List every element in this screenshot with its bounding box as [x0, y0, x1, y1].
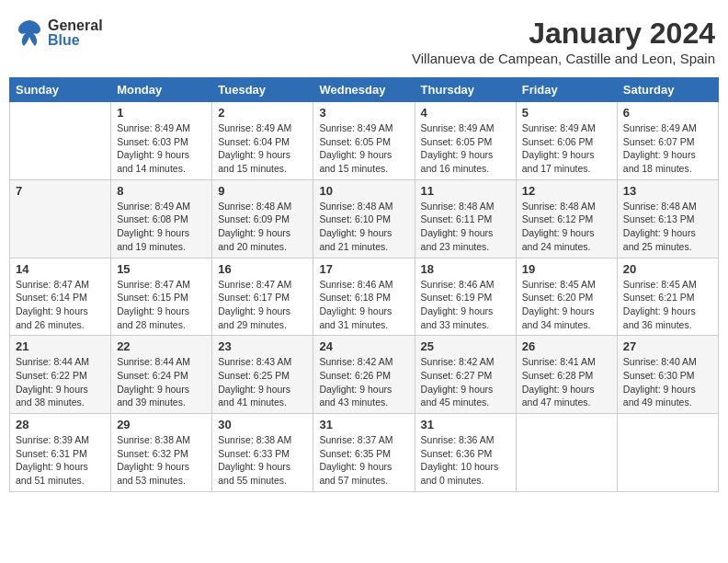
- day-info: Sunrise: 8:49 AMSunset: 6:06 PMDaylight:…: [522, 121, 611, 176]
- day-info: Sunrise: 8:47 AMSunset: 6:14 PMDaylight:…: [16, 278, 105, 332]
- calendar-header-friday: Friday: [516, 78, 617, 102]
- calendar-header-tuesday: Tuesday: [212, 78, 313, 102]
- day-number: 3: [319, 106, 408, 120]
- calendar-day-cell: 12Sunrise: 8:48 AMSunset: 6:12 PMDayligh…: [516, 179, 617, 258]
- day-info: Sunrise: 8:45 AMSunset: 6:20 PMDaylight:…: [522, 278, 611, 332]
- day-info: Sunrise: 8:46 AMSunset: 6:18 PMDaylight:…: [319, 278, 408, 332]
- day-number: 5: [522, 106, 611, 120]
- logo-blue: Blue: [48, 33, 103, 48]
- day-info: Sunrise: 8:49 AMSunset: 6:07 PMDaylight:…: [623, 121, 712, 176]
- calendar-day-cell: 17Sunrise: 8:46 AMSunset: 6:18 PMDayligh…: [313, 258, 415, 336]
- calendar-day-cell: 30Sunrise: 8:38 AMSunset: 6:33 PMDayligh…: [212, 414, 313, 492]
- calendar-day-cell: [516, 414, 617, 492]
- calendar-day-cell: 23Sunrise: 8:43 AMSunset: 6:25 PMDayligh…: [212, 336, 313, 414]
- calendar-day-cell: 20Sunrise: 8:45 AMSunset: 6:21 PMDayligh…: [617, 258, 718, 336]
- day-number: 23: [218, 339, 307, 353]
- day-number: 26: [522, 339, 611, 353]
- day-number: 31: [421, 418, 510, 431]
- day-info: Sunrise: 8:42 AMSunset: 6:26 PMDaylight:…: [319, 355, 408, 409]
- day-number: 6: [623, 106, 712, 120]
- calendar-day-cell: 8Sunrise: 8:49 AMSunset: 6:08 PMDaylight…: [111, 179, 212, 258]
- calendar-header-wednesday: Wednesday: [313, 78, 415, 102]
- day-info: Sunrise: 8:48 AMSunset: 6:12 PMDaylight:…: [522, 200, 611, 254]
- calendar-day-cell: [617, 414, 718, 492]
- day-number: 2: [218, 106, 307, 120]
- calendar-day-cell: 14Sunrise: 8:47 AMSunset: 6:14 PMDayligh…: [10, 258, 111, 336]
- day-number: 31: [319, 418, 408, 431]
- calendar-day-cell: 19Sunrise: 8:45 AMSunset: 6:20 PMDayligh…: [516, 258, 617, 336]
- day-number: 4: [421, 106, 510, 120]
- calendar-day-cell: 5Sunrise: 8:49 AMSunset: 6:06 PMDaylight…: [516, 102, 617, 180]
- day-info: Sunrise: 8:49 AMSunset: 6:05 PMDaylight:…: [421, 121, 510, 176]
- day-number: 21: [16, 339, 105, 353]
- calendar-day-cell: 2Sunrise: 8:49 AMSunset: 6:04 PMDaylight…: [212, 102, 313, 180]
- day-number: 22: [117, 339, 206, 353]
- day-number: 13: [623, 184, 712, 198]
- calendar-day-cell: 24Sunrise: 8:42 AMSunset: 6:26 PMDayligh…: [313, 336, 415, 414]
- day-number: 24: [319, 339, 408, 353]
- day-number: 28: [16, 418, 105, 431]
- day-info: Sunrise: 8:49 AMSunset: 6:08 PMDaylight:…: [117, 200, 206, 254]
- day-number: 25: [421, 339, 510, 353]
- calendar-header-monday: Monday: [111, 78, 212, 102]
- calendar-day-cell: 27Sunrise: 8:40 AMSunset: 6:30 PMDayligh…: [617, 336, 718, 414]
- day-info: Sunrise: 8:49 AMSunset: 6:05 PMDaylight:…: [319, 121, 408, 176]
- page-title: January 2024: [412, 17, 715, 51]
- logo: General Blue: [13, 17, 103, 50]
- day-info: Sunrise: 8:49 AMSunset: 6:04 PMDaylight:…: [218, 121, 307, 176]
- calendar-day-cell: 16Sunrise: 8:47 AMSunset: 6:17 PMDayligh…: [212, 258, 313, 336]
- day-info: Sunrise: 8:37 AMSunset: 6:35 PMDaylight:…: [319, 433, 408, 488]
- calendar-day-cell: 13Sunrise: 8:48 AMSunset: 6:13 PMDayligh…: [617, 179, 718, 258]
- logo-text: General Blue: [48, 18, 103, 48]
- day-number: 29: [117, 418, 206, 431]
- calendar-header-saturday: Saturday: [617, 78, 718, 102]
- day-number: 7: [16, 184, 105, 198]
- day-number: 12: [522, 184, 611, 198]
- day-number: 10: [319, 184, 408, 198]
- day-number: 16: [218, 262, 307, 276]
- day-number: 20: [623, 262, 712, 276]
- day-number: 1: [117, 106, 206, 120]
- day-info: Sunrise: 8:43 AMSunset: 6:25 PMDaylight:…: [218, 355, 307, 409]
- day-number: 19: [522, 262, 611, 276]
- calendar-header-thursday: Thursday: [415, 78, 516, 102]
- calendar-week-row: 21Sunrise: 8:44 AMSunset: 6:22 PMDayligh…: [10, 336, 719, 414]
- calendar-day-cell: 22Sunrise: 8:44 AMSunset: 6:24 PMDayligh…: [111, 336, 212, 414]
- calendar-day-cell: 29Sunrise: 8:38 AMSunset: 6:32 PMDayligh…: [111, 414, 212, 492]
- calendar-day-cell: 9Sunrise: 8:48 AMSunset: 6:09 PMDaylight…: [212, 179, 313, 258]
- day-number: 11: [421, 184, 510, 198]
- day-number: 18: [421, 262, 510, 276]
- title-block: January 2024 Villanueva de Campean, Cast…: [412, 17, 715, 66]
- day-info: Sunrise: 8:45 AMSunset: 6:21 PMDaylight:…: [623, 278, 712, 332]
- day-number: 9: [218, 184, 307, 198]
- day-info: Sunrise: 8:47 AMSunset: 6:17 PMDaylight:…: [218, 278, 307, 332]
- calendar-day-cell: [10, 102, 111, 180]
- day-number: 17: [319, 262, 408, 276]
- calendar-day-cell: 21Sunrise: 8:44 AMSunset: 6:22 PMDayligh…: [10, 336, 111, 414]
- day-number: 8: [117, 184, 206, 198]
- calendar-header-sunday: Sunday: [10, 78, 111, 102]
- calendar-day-cell: 18Sunrise: 8:46 AMSunset: 6:19 PMDayligh…: [415, 258, 516, 336]
- logo-general: General: [48, 18, 103, 33]
- day-number: 30: [218, 418, 307, 431]
- day-info: Sunrise: 8:48 AMSunset: 6:09 PMDaylight:…: [218, 200, 307, 254]
- calendar-day-cell: 1Sunrise: 8:49 AMSunset: 6:03 PMDaylight…: [111, 102, 212, 180]
- day-info: Sunrise: 8:41 AMSunset: 6:28 PMDaylight:…: [522, 355, 611, 409]
- calendar-day-cell: 15Sunrise: 8:47 AMSunset: 6:15 PMDayligh…: [111, 258, 212, 336]
- calendar-header-row: SundayMondayTuesdayWednesdayThursdayFrid…: [10, 78, 719, 102]
- calendar-day-cell: 6Sunrise: 8:49 AMSunset: 6:07 PMDaylight…: [617, 102, 718, 180]
- day-info: Sunrise: 8:49 AMSunset: 6:03 PMDaylight:…: [117, 121, 206, 176]
- day-info: Sunrise: 8:44 AMSunset: 6:22 PMDaylight:…: [16, 355, 105, 409]
- day-info: Sunrise: 8:42 AMSunset: 6:27 PMDaylight:…: [421, 355, 510, 409]
- day-number: 14: [16, 262, 105, 276]
- day-info: Sunrise: 8:44 AMSunset: 6:24 PMDaylight:…: [117, 355, 206, 409]
- calendar-day-cell: 31Sunrise: 8:36 AMSunset: 6:36 PMDayligh…: [415, 414, 516, 492]
- day-info: Sunrise: 8:39 AMSunset: 6:31 PMDaylight:…: [16, 433, 105, 488]
- day-number: 27: [623, 339, 712, 353]
- calendar-day-cell: 28Sunrise: 8:39 AMSunset: 6:31 PMDayligh…: [10, 414, 111, 492]
- day-info: Sunrise: 8:38 AMSunset: 6:33 PMDaylight:…: [218, 433, 307, 488]
- calendar-day-cell: 11Sunrise: 8:48 AMSunset: 6:11 PMDayligh…: [415, 179, 516, 258]
- calendar-day-cell: 26Sunrise: 8:41 AMSunset: 6:28 PMDayligh…: [516, 336, 617, 414]
- calendar-day-cell: 4Sunrise: 8:49 AMSunset: 6:05 PMDaylight…: [415, 102, 516, 180]
- calendar-week-row: 28Sunrise: 8:39 AMSunset: 6:31 PMDayligh…: [10, 414, 719, 492]
